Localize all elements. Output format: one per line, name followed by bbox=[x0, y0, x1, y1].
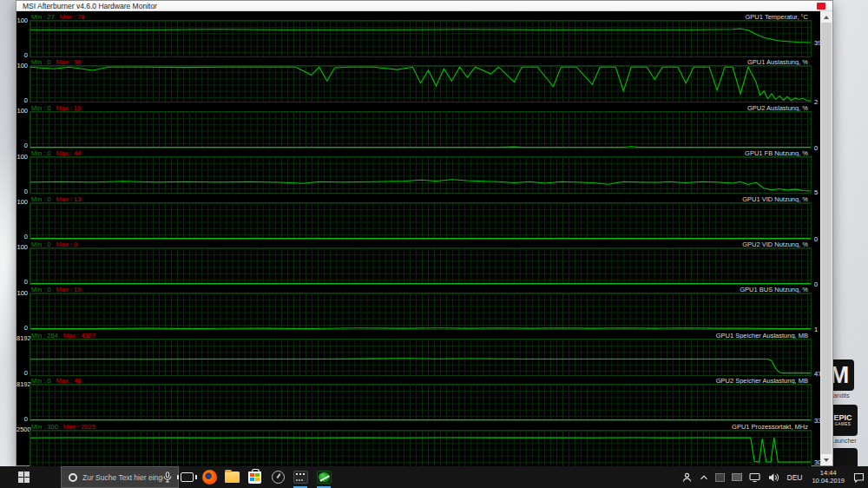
taskbar-icon-speedometer-app[interactable] bbox=[266, 466, 289, 488]
graph-trace bbox=[30, 66, 811, 102]
scrollbar-thumb[interactable] bbox=[821, 23, 832, 454]
clock[interactable]: 14:44 10.04.2019 bbox=[806, 470, 850, 485]
taskbar-search[interactable] bbox=[61, 466, 179, 488]
monitor-panel[interactable]: Min : 264Max : 4307 GPU1 Speicher Auslas… bbox=[16, 331, 820, 376]
monitor-panel[interactable]: Min : 0Max : 19 GPU1 BUS Nutzung, % 100 … bbox=[16, 285, 820, 330]
notification-icon bbox=[853, 472, 865, 483]
cortana-icon bbox=[69, 473, 77, 482]
panel-list: Min : 27Max : 78 GPU1 Temperatur, °C 100… bbox=[16, 12, 820, 467]
axis-top-label: 100 bbox=[16, 16, 28, 24]
clock-date: 10.04.2019 bbox=[812, 478, 845, 485]
monitor-panel[interactable]: Min : 0Max : 0 GPU2 VID Nutzung, % 100 0… bbox=[16, 240, 820, 285]
chevron-up-icon bbox=[700, 474, 708, 481]
search-input[interactable] bbox=[82, 473, 163, 482]
axis-top-label: 8192 bbox=[16, 380, 28, 388]
tray-app-icon-2[interactable] bbox=[728, 466, 746, 488]
graph-area[interactable] bbox=[30, 156, 812, 194]
graph-area[interactable] bbox=[30, 430, 812, 467]
taskbar-icon-firefox[interactable] bbox=[198, 466, 220, 488]
graph-area[interactable] bbox=[30, 111, 812, 148]
scroll-down-arrow-icon[interactable] bbox=[820, 454, 832, 465]
tray-volume-button[interactable] bbox=[765, 466, 783, 488]
window-titlebar[interactable]: MSI Afterburner v4.6.0 Hardware Monitor bbox=[16, 1, 832, 11]
graph-trace bbox=[30, 431, 811, 466]
hardware-monitor-window: MSI Afterburner v4.6.0 Hardware Monitor … bbox=[16, 0, 833, 466]
monitor-client-area: Min : 27Max : 78 GPU1 Temperatur, °C 100… bbox=[16, 11, 832, 465]
taskbar-icon-file-explorer[interactable] bbox=[220, 466, 243, 488]
action-center-button[interactable] bbox=[850, 466, 868, 488]
language-indicator[interactable]: DEU bbox=[783, 466, 807, 488]
msi-afterburner-icon bbox=[293, 471, 308, 484]
taskbar-icon-hardware-monitor[interactable] bbox=[312, 466, 335, 488]
microphone-icon bbox=[163, 472, 172, 483]
axis-top-label: 100 bbox=[16, 198, 28, 206]
start-button[interactable] bbox=[0, 466, 48, 488]
people-icon bbox=[682, 472, 693, 483]
tray-utility-icon bbox=[732, 473, 742, 481]
axis-top-label: 2500 bbox=[16, 425, 28, 433]
store-bag-icon bbox=[248, 472, 261, 484]
tray-network-button[interactable] bbox=[746, 466, 765, 488]
graph-trace bbox=[30, 21, 811, 56]
graph-trace bbox=[30, 248, 811, 284]
monitor-panel[interactable]: Min : 300Max : 2025 GPU1 Prozessortakt, … bbox=[16, 422, 820, 467]
graph-trace bbox=[30, 385, 811, 420]
axis-top-label: 100 bbox=[16, 107, 28, 115]
speaker-icon bbox=[768, 472, 779, 483]
tray-show-hidden-icons[interactable] bbox=[696, 466, 712, 488]
scroll-up-arrow-icon[interactable] bbox=[820, 11, 832, 23]
taskbar: DEU 14:44 10.04.2019 bbox=[0, 466, 868, 488]
graph-trace bbox=[30, 157, 811, 193]
monitor-panel[interactable]: Min : 0Max : 48 GPU2 Speicher Auslastung… bbox=[16, 376, 820, 421]
taskbar-icon-msi-afterburner[interactable] bbox=[289, 466, 312, 488]
monitor-panel[interactable]: Min : 0Max : 98 GPU1 Auslastung, % 100 0… bbox=[16, 57, 820, 102]
desktop-background: M Bandits EPIC GAMES Launcher MSI Afterb… bbox=[0, 0, 868, 488]
graph-area[interactable] bbox=[30, 65, 812, 102]
windows-logo-icon bbox=[18, 472, 30, 483]
graph-trace bbox=[30, 112, 811, 148]
close-button[interactable] bbox=[817, 3, 825, 10]
monitor-panel[interactable]: Min : 0Max : 10 GPU2 Auslastung, % 100 0… bbox=[16, 103, 820, 148]
tray-app-icon-1[interactable] bbox=[712, 466, 728, 488]
graph-trace bbox=[30, 340, 811, 375]
graph-area[interactable] bbox=[30, 20, 812, 57]
graph-area[interactable] bbox=[30, 247, 812, 285]
folder-icon bbox=[225, 472, 240, 483]
graph-area[interactable] bbox=[30, 339, 812, 376]
hardware-monitor-icon bbox=[317, 471, 332, 484]
graph-area[interactable] bbox=[30, 202, 812, 240]
axis-top-label: 100 bbox=[16, 289, 28, 297]
network-display-icon bbox=[749, 472, 761, 483]
axis-top-label: 100 bbox=[16, 243, 28, 251]
taskbar-icon-microsoft-store[interactable] bbox=[243, 466, 266, 488]
system-tray: DEU 14:44 10.04.2019 bbox=[679, 466, 868, 488]
graph-area[interactable] bbox=[30, 293, 812, 330]
graph-area[interactable] bbox=[30, 384, 812, 421]
graph-trace bbox=[30, 203, 811, 239]
vertical-scrollbar[interactable] bbox=[820, 11, 832, 465]
window-title: MSI Afterburner v4.6.0 Hardware Monitor bbox=[23, 2, 157, 10]
monitor-panel[interactable]: Min : 27Max : 78 GPU1 Temperatur, °C 100… bbox=[16, 12, 820, 57]
monitor-panel[interactable]: Min : 0Max : 13 GPU1 VID Nutzung, % 100 … bbox=[16, 195, 820, 240]
task-view-icon bbox=[181, 472, 194, 482]
monitor-panel[interactable]: Min : 0Max : 44 GPU1 FB Nutzung, % 100 0… bbox=[16, 148, 820, 194]
axis-top-label: 100 bbox=[16, 62, 28, 69]
graph-trace bbox=[30, 293, 811, 329]
speedometer-icon bbox=[272, 471, 285, 484]
taskbar-icon-task-view[interactable] bbox=[175, 466, 198, 488]
firefox-icon bbox=[202, 470, 217, 485]
axis-top-label: 100 bbox=[16, 153, 28, 161]
tray-utility-icon bbox=[715, 473, 725, 482]
tray-people-button[interactable] bbox=[679, 466, 696, 488]
axis-top-label: 8192 bbox=[16, 334, 28, 342]
